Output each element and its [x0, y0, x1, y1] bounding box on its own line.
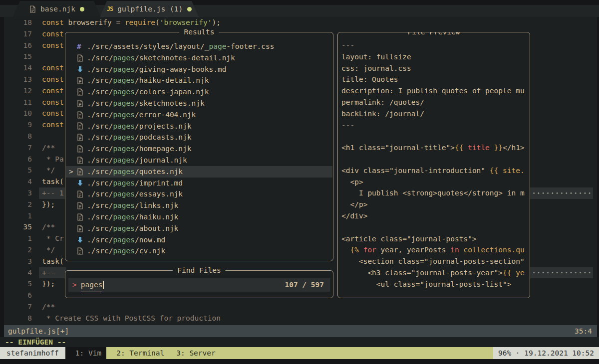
file-path: ./src/pages/sketchnotes-detail.njk: [87, 52, 235, 64]
fold-dots: [529, 267, 593, 279]
tmux-window-terminal[interactable]: 2: Terminal: [116, 349, 164, 357]
tab-gulpfile-js[interactable]: JS gulpfile.js (1): [100, 1, 199, 17]
file-path: ./src/pages/sketchnotes.njk: [87, 98, 205, 109]
list-item[interactable]: ./src/pages/colors-japan.njk: [66, 86, 332, 98]
preview-line: <ul class="journal-posts-list">: [341, 279, 530, 290]
preview-line: <p>: [341, 177, 530, 188]
file-path: ./src/pages/quotes.njk: [87, 166, 183, 178]
line-number: 35: [4, 221, 39, 233]
file-path: ./src/pages/cv.njk: [87, 245, 165, 257]
selection-caret-icon: >: [69, 166, 77, 178]
file-path: ./src/assets/styles/layout/_page-footer.…: [87, 41, 274, 52]
list-item[interactable]: #./src/assets/styles/layout/_page-footer…: [66, 41, 332, 52]
statusline-filename: gulpfile.js[+]: [4, 325, 69, 337]
preview-line: layout: fullsize: [341, 51, 530, 63]
list-item[interactable]: ./src/pages/essays.njk: [66, 188, 332, 200]
preview-line: ---: [341, 120, 530, 131]
file-path: ./src/pages/links.njk: [87, 200, 178, 211]
tmux-window-vim[interactable]: 1: Vim: [69, 347, 106, 359]
search-input[interactable]: > pages 107 / 597: [68, 278, 330, 292]
tab-base-njk[interactable]: base.njk: [13, 1, 101, 17]
file-path: ./src/pages/journal.njk: [87, 155, 187, 166]
preview-line: permalink: /quotes/: [341, 97, 530, 108]
code-line: 7/**: [4, 301, 597, 313]
line-number: 1: [4, 210, 39, 222]
preview-line: <section class="journal-posts-section": [341, 256, 530, 267]
document-file-icon: [77, 157, 87, 164]
preview-line: <article class="journal-posts">: [341, 233, 530, 245]
cursor-position: 35:4: [575, 325, 597, 337]
line-number: 16: [4, 40, 39, 51]
file-path: ./src/pages/podcasts.njk: [87, 132, 192, 143]
fold-dots: [529, 187, 593, 199]
markdown-file-icon: [77, 180, 87, 186]
results-list: #./src/assets/styles/layout/_page-footer…: [66, 41, 332, 257]
tmux-statusbar: stefanimhoff 1: Vim 2: Terminal3: Server…: [0, 347, 599, 359]
document-file-icon: [77, 225, 87, 232]
preview-line: </div>: [341, 210, 530, 222]
css-file-icon: #: [77, 41, 87, 52]
match-count: 107 / 597: [285, 278, 330, 292]
document-file-icon: [77, 145, 87, 153]
search-query: pages: [81, 278, 103, 292]
list-item[interactable]: ./src/pages/imprint.md: [66, 178, 332, 189]
preview-line: <div class="journal-introduction" {{ sit…: [341, 165, 530, 177]
preview-line: <h1 class="journal-title">{{ title }}</h…: [341, 142, 530, 154]
file-preview-title: File Preview: [403, 32, 465, 37]
preview-line: [341, 154, 530, 165]
list-item[interactable]: ./src/pages/projects.njk: [66, 121, 332, 132]
list-item[interactable]: ./src/pages/sketchnotes.njk: [66, 98, 332, 109]
list-item[interactable]: ./src/pages/now.md: [66, 234, 332, 246]
document-file-icon: [77, 202, 87, 209]
modified-dot-icon: [80, 7, 84, 11]
line-number: 3: [4, 187, 39, 199]
tab-label: gulpfile.js (1): [117, 5, 183, 13]
tmux-window-server[interactable]: 3: Server: [176, 349, 216, 357]
list-item[interactable]: ./src/pages/haiku-detail.njk: [66, 75, 332, 86]
list-item[interactable]: ./src/pages/homepage.njk: [66, 143, 332, 155]
preview-line: backLink: /journal/: [341, 108, 530, 120]
line-number: 11: [4, 97, 39, 108]
code-line: 8 * Create CSS with PostCSS for producti…: [4, 313, 597, 324]
file-path: ./src/pages/giving-away-books.md: [87, 64, 226, 75]
line-number: 4: [4, 267, 39, 279]
find-files-panel: Find Files > pages 107 / 597: [65, 270, 333, 298]
preview-line: ---: [341, 40, 530, 51]
line-number: 12: [4, 85, 39, 97]
list-item[interactable]: ./src/pages/links.njk: [66, 200, 332, 211]
list-item[interactable]: ./src/pages/cv.njk: [66, 245, 332, 257]
file-path: ./src/pages/essays.njk: [87, 188, 183, 200]
prompt-icon: >: [68, 278, 81, 292]
preview-line: {% for year, yearPosts in collections.qu: [341, 244, 530, 256]
list-item[interactable]: ./src/pages/journal.njk: [66, 155, 332, 166]
file-path: ./src/pages/haiku.njk: [87, 211, 178, 223]
line-number: 7: [4, 301, 39, 313]
vim-cmdline: -- EINFÜGEN --: [0, 337, 599, 347]
list-item[interactable]: ./src/pages/podcasts.njk: [66, 132, 332, 143]
line-number: 8: [4, 313, 39, 324]
document-file-icon: [77, 77, 87, 84]
markdown-file-icon: [77, 66, 87, 73]
list-item[interactable]: >./src/pages/quotes.njk: [66, 166, 332, 178]
document-file-icon: [77, 88, 87, 96]
preview-line: </p>: [341, 199, 530, 210]
file-path: ./src/pages/projects.njk: [87, 121, 192, 132]
js-icon: JS: [107, 5, 113, 12]
list-item[interactable]: ./src/pages/error-404.njk: [66, 109, 332, 121]
line-number: 7: [4, 142, 39, 154]
document-file-icon: [77, 122, 87, 130]
list-item[interactable]: ./src/pages/sketchnotes-detail.njk: [66, 52, 332, 64]
results-title: Results: [179, 27, 219, 37]
list-item[interactable]: ./src/pages/about.njk: [66, 223, 332, 234]
line-number: 13: [4, 74, 39, 85]
line-number: 5: [4, 278, 39, 290]
line-number: 3: [4, 256, 39, 267]
document-file-icon: [77, 100, 87, 107]
list-item[interactable]: ./src/pages/haiku.njk: [66, 211, 332, 223]
line-number: 4: [4, 176, 39, 187]
insert-mode-indicator: -- EINFÜGEN --: [0, 338, 66, 346]
document-file-icon: [77, 247, 87, 255]
tab-label: base.njk: [40, 5, 75, 13]
terminal-screen: { "palette":{ "bg-term":"#141617","bg-ed…: [0, 0, 599, 364]
list-item[interactable]: ./src/pages/giving-away-books.md: [66, 64, 332, 75]
